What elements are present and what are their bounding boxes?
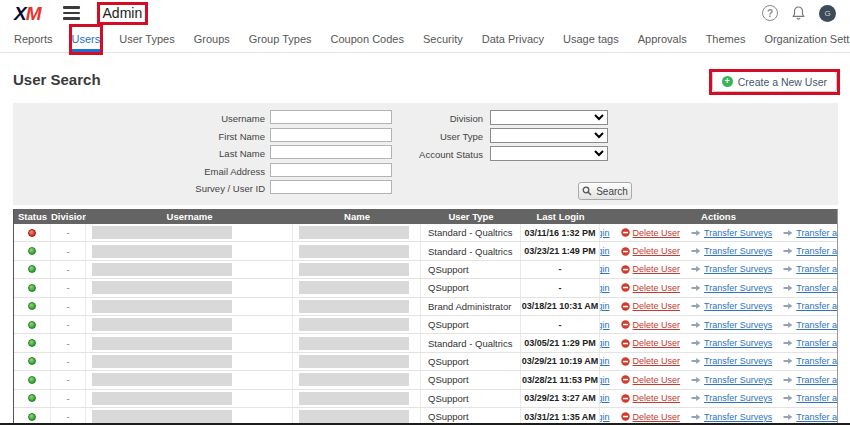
transfer-actions-link[interactable]: Transfer actions (783, 338, 837, 348)
redacted-name (299, 373, 409, 386)
redacted-username (92, 410, 232, 423)
transfer-surveys-link[interactable]: Transfer Surveys (691, 338, 772, 348)
delete-user-link[interactable]: Delete User (621, 412, 681, 422)
login-link[interactable]: Login (600, 320, 610, 330)
transfer-actions-link[interactable]: Transfer actions (783, 320, 837, 330)
username-cell (86, 371, 293, 388)
transfer-arrow-icon (691, 302, 701, 310)
delete-user-link[interactable]: Delete User (621, 393, 681, 403)
transfer-surveys-link[interactable]: Transfer Surveys (691, 264, 772, 274)
transfer-actions-label: Transfer actions (796, 412, 837, 422)
nav-tab-coupon-codes[interactable]: Coupon Codes (331, 26, 404, 52)
nav-tab-usage-tags[interactable]: Usage tags (563, 26, 619, 52)
delete-user-link[interactable]: Delete User (621, 228, 681, 238)
status-red-icon (28, 229, 36, 237)
nav-tab-users[interactable]: Users (72, 26, 101, 52)
create-new-user-button[interactable]: + Create a New User (712, 71, 837, 92)
delete-user-link[interactable]: Delete User (621, 264, 681, 274)
delete-user-link[interactable]: Delete User (621, 246, 681, 256)
email-address-input[interactable] (270, 163, 392, 177)
transfer-actions-link[interactable]: Transfer actions (783, 375, 837, 385)
login-link[interactable]: Login (600, 301, 610, 311)
delete-user-link[interactable]: Delete User (621, 375, 681, 385)
minus-circle-icon (621, 375, 630, 384)
redacted-name (299, 392, 409, 405)
user-type-select[interactable] (490, 128, 608, 143)
nav-tab-security[interactable]: Security (423, 26, 463, 52)
division-cell: - (51, 298, 86, 315)
login-label: Login (600, 412, 610, 422)
search-button[interactable]: Search (578, 182, 632, 200)
user-avatar[interactable]: G (819, 5, 836, 22)
delete-user-link[interactable]: Delete User (621, 356, 681, 366)
user-type-cell: Standard - Qualtrics (421, 242, 521, 259)
login-link[interactable]: Login (600, 228, 610, 238)
delete-user-link[interactable]: Delete User (621, 283, 681, 293)
transfer-actions-link[interactable]: Transfer actions (783, 228, 837, 238)
delete-user-link[interactable]: Delete User (621, 338, 681, 348)
transfer-surveys-link[interactable]: Transfer Surveys (691, 228, 772, 238)
account-status-select[interactable] (490, 146, 608, 161)
actions-cell: LoginDelete UserTransfer SurveysTransfer… (600, 316, 837, 333)
login-link[interactable]: Login (600, 412, 610, 422)
transfer-actions-link[interactable]: Transfer actions (783, 356, 837, 366)
transfer-actions-link[interactable]: Transfer actions (783, 301, 837, 311)
division-select[interactable] (490, 110, 608, 125)
transfer-surveys-link[interactable]: Transfer Surveys (691, 356, 772, 366)
nav-tab-reports[interactable]: Reports (14, 26, 53, 52)
transfer-surveys-link[interactable]: Transfer Surveys (691, 393, 772, 403)
division-cell: - (51, 390, 86, 407)
account-status-label: Account Status (353, 149, 483, 160)
nav-tab-user-types[interactable]: User Types (119, 26, 174, 52)
transfer-actions-link[interactable]: Transfer actions (783, 283, 837, 293)
delete-user-link[interactable]: Delete User (621, 320, 681, 330)
transfer-actions-link[interactable]: Transfer actions (783, 246, 837, 256)
status-green-icon (28, 357, 36, 365)
help-icon[interactable]: ? (762, 5, 778, 21)
table-row: -QSupport-LoginDelete UserTransfer Surve… (14, 316, 837, 334)
nav-tab-groups[interactable]: Groups (194, 26, 230, 52)
status-green-icon (28, 376, 36, 384)
transfer-arrow-icon (691, 265, 701, 273)
table-row: -QSupport03/28/21 11:53 PMLoginDelete Us… (14, 371, 837, 389)
status-cell (14, 390, 51, 407)
nav-tab-data-privacy[interactable]: Data Privacy (482, 26, 544, 52)
transfer-arrow-icon (783, 394, 793, 402)
login-link[interactable]: Login (600, 393, 610, 403)
nav-tab-organization-settings[interactable]: Organization Settings (764, 26, 850, 52)
notifications-bell-icon[interactable] (792, 6, 805, 20)
transfer-actions-link[interactable]: Transfer actions (783, 264, 837, 274)
admin-title: Admin (100, 4, 146, 22)
survey-user-id-input[interactable] (270, 180, 392, 194)
login-link[interactable]: Login (600, 375, 610, 385)
transfer-actions-link[interactable]: Transfer actions (783, 412, 837, 422)
transfer-actions-label: Transfer actions (796, 356, 837, 366)
transfer-surveys-link[interactable]: Transfer Surveys (691, 283, 772, 293)
hamburger-menu-icon[interactable] (63, 6, 80, 19)
login-link[interactable]: Login (600, 283, 610, 293)
column-header-status: Status (14, 211, 51, 222)
transfer-actions-label: Transfer actions (796, 375, 837, 385)
actions-cell: LoginDelete UserTransfer SurveysTransfer… (600, 224, 837, 241)
logo-letter-m: M (26, 3, 41, 24)
transfer-surveys-link[interactable]: Transfer Surveys (691, 412, 772, 422)
nav-tab-themes[interactable]: Themes (706, 26, 746, 52)
login-link[interactable]: Login (600, 264, 610, 274)
nav-tab-approvals[interactable]: Approvals (638, 26, 687, 52)
transfer-surveys-link[interactable]: Transfer Surveys (691, 375, 772, 385)
transfer-surveys-link[interactable]: Transfer Surveys (691, 301, 772, 311)
transfer-surveys-link[interactable]: Transfer Surveys (691, 320, 772, 330)
transfer-actions-link[interactable]: Transfer actions (783, 393, 837, 403)
login-link[interactable]: Login (600, 356, 610, 366)
last-login-cell: 03/28/21 11:53 PM (521, 371, 600, 388)
username-cell (86, 279, 293, 296)
login-link[interactable]: Login (600, 246, 610, 256)
search-button-label: Search (596, 186, 628, 197)
nav-tab-group-types[interactable]: Group Types (249, 26, 312, 52)
login-link[interactable]: Login (600, 338, 610, 348)
transfer-surveys-link[interactable]: Transfer Surveys (691, 246, 772, 256)
transfer-arrow-icon (783, 247, 793, 255)
transfer-arrow-icon (691, 229, 701, 237)
delete-user-link[interactable]: Delete User (621, 301, 681, 311)
user-results-table: StatusDivisionUsernameNameUser TypeLast … (13, 209, 838, 425)
